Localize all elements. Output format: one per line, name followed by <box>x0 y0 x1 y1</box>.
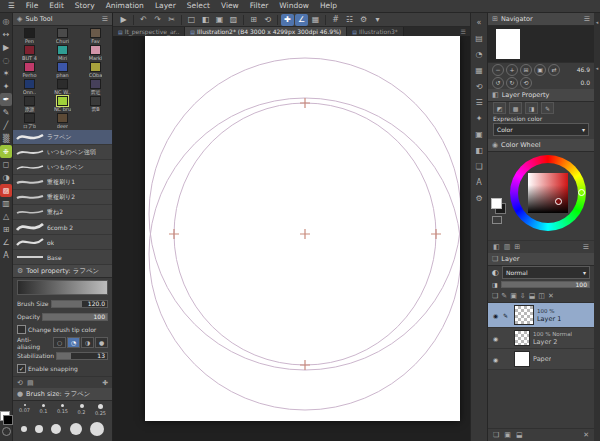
subtool-item[interactable]: Miri <box>46 44 79 61</box>
decoration-tool-icon[interactable]: ❉ <box>0 145 12 158</box>
text-tool-icon[interactable]: A <box>0 249 12 262</box>
operation-icon[interactable]: ▶ <box>117 14 130 26</box>
footer-merge-icon[interactable]: ⬓ <box>516 431 523 439</box>
layer-color-icon[interactable]: ◨ <box>525 102 538 114</box>
layer-row-paper[interactable]: ◉ Paper <box>488 349 594 370</box>
layer-mask-icon[interactable]: ◫ <box>538 292 545 300</box>
selection-tool-icon[interactable]: ◌ <box>0 54 12 67</box>
tone-icon[interactable]: ▩ <box>509 102 522 114</box>
ruler-tool-icon[interactable]: ∠ <box>0 236 12 249</box>
footer-trash-icon[interactable]: ✕ <box>583 431 589 439</box>
sv-marker[interactable] <box>555 198 562 205</box>
layer-name[interactable]: Layer 2 <box>533 338 572 346</box>
subtool-item[interactable]: ロアb <box>13 112 46 129</box>
color-wheel-mode-icon[interactable]: ◧ <box>493 243 500 251</box>
snapping-checkbox[interactable]: ✓ <box>17 364 26 373</box>
navigator-thumbnail[interactable] <box>488 26 594 63</box>
subtool-item[interactable]: 雲近 <box>79 78 112 95</box>
navigator-menu-icon[interactable]: ☰ <box>584 15 590 23</box>
material-icon[interactable]: ▦ <box>473 64 486 77</box>
subtool-item[interactable]: Onn.. <box>13 78 46 95</box>
layer-property-header[interactable]: ◧ Layer Property <box>488 89 594 102</box>
layer-name[interactable]: Paper <box>533 355 551 363</box>
brush-size-item[interactable]: 0.07 <box>15 403 34 417</box>
menu-window[interactable]: Window <box>274 0 314 12</box>
canvas-workspace[interactable] <box>113 36 470 441</box>
invert-selection-icon[interactable]: ◧ <box>199 14 212 26</box>
transparent-color-chip[interactable] <box>2 427 11 436</box>
redo-icon[interactable]: ↷ <box>151 14 164 26</box>
subtool-item[interactable]: Markl <box>79 44 112 61</box>
actual-size-icon[interactable]: ▣ <box>534 64 546 76</box>
panel-arrow-icon[interactable]: ◂ <box>596 65 599 71</box>
brush-item[interactable]: 重複刷り2 <box>13 190 112 205</box>
merge-down-icon[interactable]: ⬓ <box>529 292 536 300</box>
hue-marker[interactable] <box>578 189 585 196</box>
preferences-icon[interactable]: ⚙ <box>473 192 486 205</box>
menu-view[interactable]: View <box>216 0 244 12</box>
expression-color-dropdown[interactable]: Color ▾ <box>493 123 589 136</box>
fill-icon[interactable]: ▨ <box>227 14 240 26</box>
blend-tool-icon[interactable]: ◑ <box>0 171 12 184</box>
brush-tool-icon[interactable]: ╱ <box>0 119 12 132</box>
tip-color-checkbox[interactable] <box>17 325 26 334</box>
color-wheel-header[interactable]: ◉ Color Wheel <box>488 139 594 152</box>
zoom-fit-icon[interactable]: ⊞ <box>247 14 260 26</box>
figure-tool-icon[interactable]: △ <box>0 210 12 223</box>
border-selection-icon[interactable]: ▣ <box>213 14 226 26</box>
footer-new-layer-icon[interactable]: ❏ <box>493 431 499 439</box>
transparent-swatch[interactable] <box>492 216 502 224</box>
brush-size-item[interactable]: 0.1 <box>34 403 53 417</box>
frame-tool-icon[interactable]: ⊞ <box>0 223 12 236</box>
register-icon[interactable]: ✚ <box>102 379 108 387</box>
visibility-eye-icon[interactable]: ◉ <box>491 312 500 319</box>
tab-perspective[interactable]: ▤ lt_perspective_ar.. <box>113 27 185 36</box>
flip-horizontal-icon[interactable]: ⇄ <box>548 64 560 76</box>
rotate-reset-icon[interactable]: ⟲ <box>261 14 274 26</box>
pencil-tool-icon[interactable]: ✎ <box>0 106 12 119</box>
saturation-value-square[interactable] <box>528 173 568 213</box>
tab-illustration3[interactable]: ▤ Illustration3* <box>347 27 404 36</box>
operation-tool-icon[interactable]: ▶ <box>0 41 12 54</box>
size-dot[interactable] <box>35 425 43 433</box>
zoom-out-icon[interactable]: − <box>492 64 504 76</box>
subtool-panel-header[interactable]: ◈ Sub Tool ☰ <box>13 13 112 26</box>
menu-animation[interactable]: Animation <box>101 0 149 12</box>
visibility-eye-icon[interactable]: ◉ <box>491 356 500 363</box>
background-color-chip[interactable] <box>3 415 13 425</box>
subtool-item[interactable]: deer <box>46 112 79 129</box>
stabilization-slider[interactable]: 13 <box>56 352 108 360</box>
tool-property-header[interactable]: ⚙ Tool property: ラフペン <box>13 265 112 278</box>
quick-access-icon[interactable]: ▤ <box>473 32 486 45</box>
layer-thumbnail[interactable] <box>514 351 530 367</box>
layer-name[interactable]: Layer 1 <box>537 315 561 323</box>
layer-row[interactable]: ◉ 100 % Normal Layer 2 <box>488 328 594 349</box>
auto-select-tool-icon[interactable]: ✶ <box>0 67 12 80</box>
fill-tool-icon[interactable]: ▨ <box>0 184 12 197</box>
ruler-handles[interactable] <box>169 98 441 370</box>
subtool-item[interactable]: 雲B <box>79 95 112 112</box>
aa-strong-button[interactable]: ● <box>95 337 108 348</box>
app-menu-icon[interactable]: ☰ <box>3 0 20 12</box>
main-color-swatch[interactable] <box>491 198 502 209</box>
navigator-header[interactable]: ⊞ Navigator ☰ <box>488 13 594 26</box>
subtool-item[interactable]: NC W.. <box>46 78 79 95</box>
menu-edit[interactable]: Edit <box>44 0 69 12</box>
color-set-mode-icon[interactable]: ⊞ <box>514 243 520 251</box>
timeline-icon[interactable]: ❏ <box>473 160 486 173</box>
snap-to-grid-icon[interactable]: ▦ <box>309 14 322 26</box>
draft-icon[interactable]: ✎ <box>541 102 554 114</box>
settings-icon[interactable]: ⚙ <box>357 14 370 26</box>
menu-select[interactable]: Select <box>182 0 215 12</box>
brush-size-panel-header[interactable]: ● Brush size: ラフペン <box>13 388 112 401</box>
collapse-icon[interactable]: « <box>473 16 486 29</box>
history-icon[interactable]: ⟲ <box>473 80 486 93</box>
brush-item[interactable]: いつものペン強弱 <box>13 145 112 160</box>
new-raster-layer-icon[interactable]: ❏ <box>492 292 498 300</box>
menu-file[interactable]: File <box>21 0 44 12</box>
brush-size-slider[interactable]: 120.0 <box>51 300 108 308</box>
fit-to-screen-icon[interactable]: ⊞ <box>520 64 532 76</box>
subtool-menu-icon[interactable]: ☰ <box>102 15 108 23</box>
size-dot[interactable] <box>90 422 104 436</box>
border-effect-icon[interactable]: ◩ <box>493 102 506 114</box>
